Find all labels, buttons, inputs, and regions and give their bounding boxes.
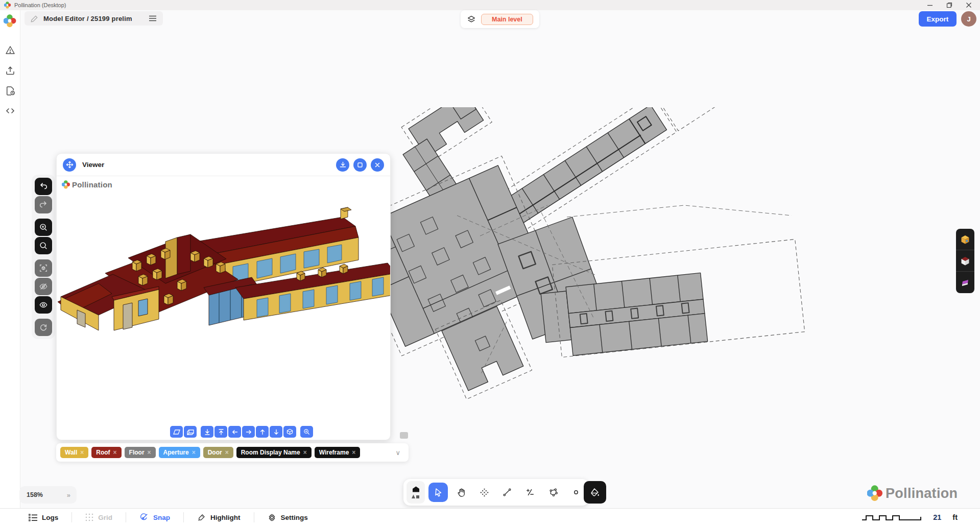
display-mode-toolbar <box>956 229 974 293</box>
zoom-extents-button[interactable] <box>300 426 313 438</box>
avatar[interactable]: J <box>961 11 976 27</box>
scale-value: 21 <box>933 513 941 521</box>
export-button[interactable]: Export <box>919 11 957 27</box>
zoom-indicator: 158% » <box>19 486 77 504</box>
level-badge: Main level <box>481 14 533 25</box>
scale-ruler-icon <box>862 513 922 521</box>
pan-up-button[interactable] <box>256 426 269 438</box>
cursor-icon <box>434 488 443 497</box>
pollination-logo-icon <box>4 14 17 28</box>
tag-floor[interactable]: Floor× <box>125 447 156 458</box>
redo-button[interactable] <box>35 196 52 213</box>
fit-top-button[interactable] <box>214 426 227 438</box>
file-history-button[interactable] <box>5 86 15 96</box>
polygon-tool-button[interactable] <box>543 483 563 502</box>
maximize-button[interactable] <box>946 2 952 8</box>
tag-aperture[interactable]: Aperture× <box>159 447 200 458</box>
upload-model-button[interactable] <box>5 65 15 76</box>
floor-plan-canvas[interactable] <box>327 107 812 414</box>
logs-icon <box>29 514 37 521</box>
line-tool-button[interactable] <box>497 483 517 502</box>
grid-icon <box>85 513 93 521</box>
tag-door[interactable]: Door× <box>203 447 233 458</box>
alerts-button[interactable] <box>5 45 15 55</box>
close-button[interactable] <box>966 2 972 8</box>
hide-button[interactable] <box>35 278 52 295</box>
plan-view-button[interactable] <box>170 426 183 438</box>
code-button[interactable] <box>5 106 15 116</box>
tag-wall[interactable]: Wall× <box>60 447 88 458</box>
pan-right-button[interactable] <box>242 426 255 438</box>
tag-roof[interactable]: Roof× <box>91 447 121 458</box>
window-titlebar: Pollination (Desktop) <box>0 0 980 10</box>
scale-indicator: 21 ft <box>862 513 958 521</box>
layers-icon <box>467 15 476 24</box>
line-segment-icon <box>503 488 512 497</box>
focus-selection-button[interactable] <box>35 259 52 277</box>
point-grid-tool-button[interactable] <box>474 483 494 502</box>
viewer-canvas[interactable]: Pollination <box>57 176 390 440</box>
minimize-button[interactable] <box>927 2 933 8</box>
highlight-button[interactable]: Highlight <box>184 513 253 522</box>
remove-tag-icon[interactable]: × <box>192 449 196 456</box>
close-viewer-button[interactable] <box>371 158 384 172</box>
download-button[interactable] <box>336 158 349 172</box>
chevrons-right-icon[interactable]: » <box>67 491 69 499</box>
chevron-down-icon[interactable]: ∨ <box>395 449 404 457</box>
viewer-watermark: Pollination <box>62 180 112 189</box>
remove-tag-icon[interactable]: × <box>148 449 151 456</box>
pan-tool-button[interactable] <box>451 483 471 502</box>
iso-view-button[interactable] <box>283 426 296 438</box>
zoom-level: 158% <box>27 491 43 498</box>
axon-view-button[interactable] <box>184 426 197 438</box>
remove-tag-icon[interactable]: × <box>303 449 307 456</box>
pan-down-button[interactable] <box>270 426 282 438</box>
draw-tools-toolbar <box>403 479 589 506</box>
shapes-icon <box>412 494 420 499</box>
pan-left-button[interactable] <box>228 426 241 438</box>
polygon-nodes-icon <box>548 488 558 497</box>
pollination-logo-icon <box>62 180 70 189</box>
shape-mode-button[interactable] <box>407 481 425 504</box>
menu-button[interactable] <box>149 15 157 22</box>
tag-wireframe[interactable]: Wireframe× <box>315 447 361 458</box>
view-3d-model-button[interactable] <box>956 229 974 250</box>
tag-room-display-name[interactable]: Room Display Name× <box>236 447 312 458</box>
document-title: Model Editor / 25199 prelim <box>43 15 132 22</box>
pollination-logo-icon <box>867 485 883 501</box>
point-icon <box>573 490 579 495</box>
add-remove-tool-button[interactable] <box>520 483 540 502</box>
select-tool-button[interactable] <box>428 483 448 502</box>
viewer-title: Viewer <box>82 161 104 169</box>
edit-pencil-icon[interactable] <box>31 15 38 22</box>
undo-button[interactable] <box>35 178 52 195</box>
view-roof-button[interactable] <box>956 250 974 272</box>
snap-button[interactable]: Snap <box>126 513 183 522</box>
hand-icon <box>457 488 466 497</box>
show-button[interactable] <box>35 296 52 314</box>
remove-tag-icon[interactable]: × <box>80 449 84 456</box>
viewer-panel: Viewer Pollination <box>56 153 391 440</box>
remove-tag-icon[interactable]: × <box>225 449 229 456</box>
house-icon <box>412 486 420 492</box>
level-selector[interactable]: Main level <box>461 10 539 28</box>
remove-tag-icon[interactable]: × <box>352 449 355 456</box>
settings-button[interactable]: Settings <box>254 513 321 522</box>
drag-handle[interactable] <box>63 158 76 172</box>
maximize-viewer-button[interactable] <box>353 158 367 172</box>
logs-button[interactable]: Logs <box>15 514 71 521</box>
point-tool-button[interactable] <box>566 483 586 502</box>
fit-bottom-button[interactable] <box>201 426 213 438</box>
app-sidebar <box>0 10 20 526</box>
building-3d-model[interactable] <box>57 197 390 365</box>
view-floorplan-button[interactable] <box>956 272 974 293</box>
refresh-button[interactable] <box>35 319 52 336</box>
viewer-scrollbar-thumb[interactable] <box>400 432 408 439</box>
paint-bucket-button[interactable] <box>584 481 606 504</box>
zoom-window-button[interactable] <box>35 219 52 236</box>
search-button[interactable] <box>35 237 52 254</box>
viewer-nav-toolbar <box>170 426 313 438</box>
grid-button[interactable]: Grid <box>72 513 126 521</box>
remove-tag-icon[interactable]: × <box>113 449 117 456</box>
viewer-toolbar <box>32 175 55 339</box>
